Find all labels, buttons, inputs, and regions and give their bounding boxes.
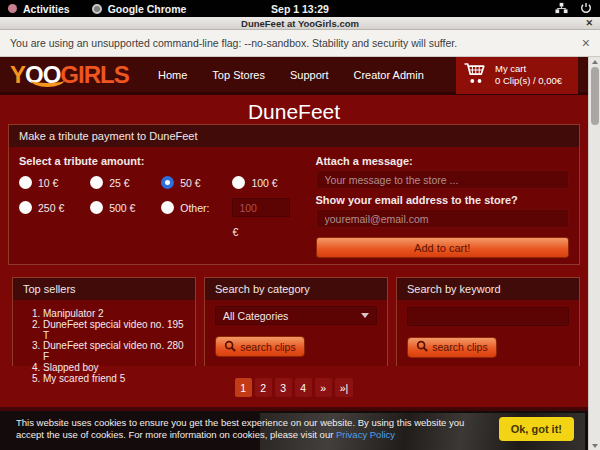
amount-option-250[interactable]: 250 € (19, 201, 86, 214)
scrollbar[interactable] (588, 57, 600, 450)
logo-part-y: Y (10, 61, 25, 88)
nav-support[interactable]: Support (290, 69, 329, 81)
page-content: DuneFeet Make a tribute payment to DuneF… (0, 95, 588, 407)
warning-infobar: You are using an unsupported command-lin… (0, 30, 600, 57)
screen: Activities Google Chrome Sep 1 13:29 Dun… (0, 0, 600, 450)
site-header: YOOGIRLS Home Top Stores Support Creator… (0, 57, 588, 95)
power-icon[interactable] (580, 2, 592, 16)
keyword-input[interactable] (407, 307, 569, 326)
page-button-1[interactable]: 1 (235, 378, 252, 397)
page-button-last[interactable]: »| (335, 378, 354, 397)
currency-label: € (232, 226, 299, 238)
activities-dot-icon (8, 4, 17, 13)
main-nav: Home Top Stores Support Creator Admin (158, 69, 424, 81)
logo-smile-icon (31, 74, 64, 87)
radio-checked-icon[interactable] (161, 176, 174, 189)
network-icon[interactable] (555, 2, 568, 16)
scrollbar-up-icon[interactable] (589, 57, 600, 66)
amount-option-25[interactable]: 25 € (90, 176, 157, 189)
my-cart-button[interactable]: My cart 0 Clip(s) / 0,00€ (456, 57, 578, 94)
activities-label: Activities (23, 3, 70, 15)
warning-text: You are using an unsupported command-lin… (10, 37, 457, 49)
warning-close-icon[interactable]: × (582, 36, 590, 50)
top-sellers-list: Manipulator 2 DuneFeet special video no.… (23, 309, 185, 385)
search-icon (416, 340, 428, 354)
radio-icon[interactable] (90, 201, 103, 214)
add-to-cart-button[interactable]: Add to cart! (316, 237, 570, 258)
gnome-top-bar: Activities Google Chrome Sep 1 13:29 (0, 0, 600, 17)
cart-summary: 0 Clip(s) / 0,00€ (495, 75, 562, 86)
message-input[interactable] (316, 170, 570, 189)
message-label: Attach a message: (316, 155, 570, 167)
app-menu-label: Google Chrome (108, 3, 187, 15)
amount-option-50-selected[interactable]: 50 € (161, 176, 228, 189)
nav-creator-admin[interactable]: Creator Admin (353, 69, 423, 81)
email-label: Show your email address to the store? (316, 194, 570, 206)
window-close-icon[interactable]: ✕ (585, 17, 593, 30)
search-clips-keyword-button[interactable]: search clips (407, 337, 497, 358)
page-button-next[interactable]: » (315, 378, 332, 397)
amount-select-label: Select a tribute amount: (19, 155, 300, 167)
radio-icon[interactable] (90, 176, 103, 189)
site-logo[interactable]: YOOGIRLS (10, 59, 148, 91)
search-icon (224, 340, 236, 354)
privacy-policy-link[interactable]: Privacy Policy (336, 429, 395, 440)
amount-option-other[interactable]: Other: (161, 201, 228, 214)
browser-viewport: YOOGIRLS Home Top Stores Support Creator… (0, 57, 600, 450)
cart-label: My cart (495, 63, 526, 74)
page-title: DuneFeet (0, 95, 588, 122)
amount-option-10[interactable]: 10 € (19, 176, 86, 189)
webpage: YOOGIRLS Home Top Stores Support Creator… (0, 57, 588, 450)
search-keyword-panel: Search by keyword search clips (396, 277, 580, 366)
other-amount-input[interactable] (232, 198, 290, 217)
radio-icon[interactable] (232, 176, 245, 189)
tribute-panel-header: Make a tribute payment to DuneFeet (9, 125, 579, 147)
chevron-down-icon (361, 313, 369, 318)
tribute-panel: Make a tribute payment to DuneFeet Selec… (8, 124, 580, 265)
search-category-header: Search by category (205, 278, 387, 300)
cart-icon (463, 61, 488, 89)
logo-part-girls: GIRLS (60, 61, 128, 88)
window-title: DuneFeet at YooGirls.com (241, 18, 359, 29)
page-button-3[interactable]: 3 (275, 378, 292, 397)
activities-button[interactable]: Activities (8, 3, 70, 15)
email-input[interactable] (316, 209, 570, 228)
search-clips-category-button[interactable]: search clips (215, 336, 305, 357)
radio-icon[interactable] (19, 176, 32, 189)
cookie-notice-bar: This website uses cookies to ensure you … (0, 411, 588, 450)
scrollbar-thumb[interactable] (591, 67, 599, 125)
top-sellers-header: Top sellers (13, 278, 195, 300)
nav-home[interactable]: Home (158, 69, 187, 81)
clock[interactable]: Sep 1 13:29 (0, 3, 600, 15)
search-category-panel: Search by category All Categories search… (204, 277, 388, 366)
page-button-4[interactable]: 4 (295, 378, 312, 397)
cookie-accept-button[interactable]: Ok, got it! (499, 417, 574, 441)
amount-option-500[interactable]: 500 € (90, 201, 157, 214)
top-seller-item[interactable]: DuneFeet special video no. 280 F (43, 341, 185, 363)
category-select[interactable]: All Categories (215, 306, 377, 325)
top-seller-item[interactable]: DuneFeet special video no. 195 T (43, 320, 185, 342)
chrome-icon (92, 4, 102, 14)
search-keyword-header: Search by keyword (397, 278, 579, 300)
window-title-bar: DuneFeet at YooGirls.com ✕ (0, 17, 600, 30)
amount-option-100[interactable]: 100 € (232, 176, 299, 189)
page-button-2[interactable]: 2 (255, 378, 272, 397)
radio-icon[interactable] (161, 201, 174, 214)
top-seller-item[interactable]: My scared friend 5 (43, 374, 185, 385)
cookie-notice-text: This website uses cookies to ensure you … (16, 417, 486, 441)
nav-top-stores[interactable]: Top Stores (212, 69, 265, 81)
amount-options: 10 € 25 € 50 € 100 € 250 € 500 € Other: … (19, 176, 300, 238)
top-sellers-panel: Top sellers Manipulator 2 DuneFeet speci… (12, 277, 196, 366)
scrollbar-down-icon[interactable] (589, 441, 600, 450)
app-menu[interactable]: Google Chrome (92, 3, 187, 15)
radio-icon[interactable] (19, 201, 32, 214)
